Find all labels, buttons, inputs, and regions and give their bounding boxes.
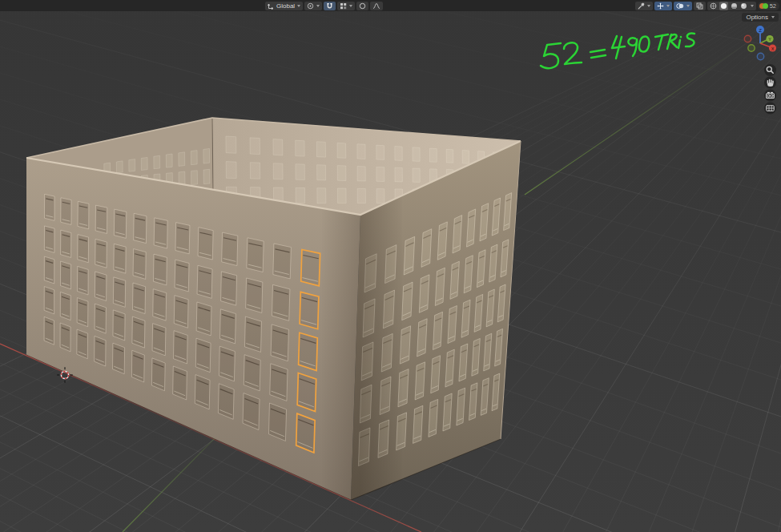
window-inset[interactable] bbox=[191, 151, 197, 165]
proportional-falloff-dropdown[interactable] bbox=[370, 2, 383, 10]
window-inset[interactable] bbox=[395, 167, 403, 182]
window-inset[interactable] bbox=[296, 187, 305, 203]
window-inset[interactable] bbox=[376, 189, 384, 204]
window-inset[interactable] bbox=[116, 161, 123, 173]
camera-view-button[interactable] bbox=[764, 90, 776, 102]
window-inset[interactable] bbox=[203, 169, 210, 183]
window-inset[interactable] bbox=[357, 188, 365, 203]
window-inset[interactable] bbox=[419, 275, 429, 313]
window-inset[interactable] bbox=[338, 188, 347, 204]
stats-badge[interactable]: 52 bbox=[758, 2, 779, 10]
transform-orientation-icon bbox=[268, 2, 275, 10]
show-overlays-toggle[interactable] bbox=[674, 2, 692, 10]
snap-toggle[interactable] bbox=[324, 2, 336, 10]
window-inset[interactable] bbox=[376, 145, 384, 159]
window-inset[interactable] bbox=[316, 142, 325, 158]
gizmo-minus-x-ball[interactable] bbox=[744, 35, 751, 42]
window-inset[interactable] bbox=[250, 138, 260, 155]
window-inset[interactable] bbox=[129, 159, 135, 172]
window-inset[interactable] bbox=[437, 222, 447, 260]
gizmo-minus-z-ball[interactable] bbox=[757, 53, 763, 59]
window-inset[interactable] bbox=[273, 139, 283, 155]
window-inset[interactable] bbox=[273, 163, 283, 179]
gizmo-minus-y-ball[interactable] bbox=[748, 45, 755, 51]
window-inset[interactable] bbox=[44, 316, 54, 345]
overlays-icon bbox=[676, 2, 684, 10]
window-inset[interactable] bbox=[402, 282, 413, 320]
window-inset[interactable] bbox=[317, 188, 326, 204]
window-inset[interactable] bbox=[430, 148, 437, 162]
gizmo-arrows-icon bbox=[657, 2, 664, 10]
window-inset[interactable] bbox=[395, 147, 403, 161]
proportional-circle-icon bbox=[359, 2, 366, 10]
chevron-down-icon bbox=[666, 5, 670, 7]
window-inset[interactable] bbox=[337, 166, 346, 181]
window-inset[interactable] bbox=[296, 164, 305, 180]
window-inset[interactable] bbox=[357, 144, 365, 159]
chevron-down-icon bbox=[751, 5, 754, 7]
pan-hand-button[interactable] bbox=[764, 77, 776, 89]
viewport-canvas[interactable]: Z Y X bbox=[0, 0, 781, 532]
window-inset[interactable] bbox=[226, 162, 236, 179]
window-inset[interactable] bbox=[404, 236, 415, 275]
shading-solid-button[interactable] bbox=[719, 2, 728, 10]
window-inset[interactable] bbox=[433, 312, 443, 349]
chevron-down-icon bbox=[647, 5, 650, 7]
stats-value: 52 bbox=[770, 2, 776, 10]
show-gizmo-toggle[interactable] bbox=[654, 2, 672, 10]
window-inset[interactable] bbox=[337, 143, 346, 158]
magnet-icon bbox=[326, 2, 333, 10]
window-inset[interactable] bbox=[250, 163, 260, 179]
shading-material-button[interactable] bbox=[731, 2, 738, 10]
window-inset[interactable] bbox=[357, 167, 365, 182]
window-inset[interactable] bbox=[446, 149, 453, 163]
xray-toggle[interactable] bbox=[694, 2, 706, 10]
gizmo-z-label: Z bbox=[759, 28, 762, 33]
window-inset[interactable] bbox=[191, 171, 198, 185]
snap-target-dropdown[interactable] bbox=[337, 2, 355, 10]
viewport-header: Global bbox=[0, 0, 781, 11]
window-inset[interactable] bbox=[141, 157, 147, 170]
shading-modes bbox=[707, 2, 756, 10]
gizmo-x-label: X bbox=[771, 46, 775, 51]
window-inset[interactable] bbox=[317, 165, 326, 180]
shading-rendered-button[interactable] bbox=[740, 2, 747, 10]
window-inset[interactable] bbox=[421, 229, 432, 268]
pivot-point-icon bbox=[307, 2, 314, 10]
gizmo-y-label: Y bbox=[768, 37, 771, 42]
pivot-point-dropdown[interactable] bbox=[304, 2, 322, 10]
orthographic-toggle-button[interactable] bbox=[764, 103, 776, 115]
window-inset[interactable] bbox=[417, 319, 428, 357]
window-inset[interactable] bbox=[179, 152, 185, 167]
window-inset[interactable] bbox=[203, 148, 210, 163]
window-inset[interactable] bbox=[413, 168, 420, 182]
blender-3d-viewport: Z Y X bbox=[0, 0, 781, 532]
window-inset[interactable] bbox=[415, 362, 425, 400]
chevron-down-icon bbox=[297, 5, 300, 7]
window-inset[interactable] bbox=[413, 147, 420, 162]
proportional-editing-toggle[interactable] bbox=[356, 2, 368, 10]
window-inset[interactable] bbox=[413, 405, 423, 443]
transform-orientation-dropdown[interactable]: Global bbox=[265, 2, 303, 10]
window-inset[interactable] bbox=[376, 167, 384, 181]
window-inset[interactable] bbox=[226, 136, 236, 153]
window-inset[interactable] bbox=[44, 287, 54, 314]
orientation-label: Global bbox=[276, 2, 295, 10]
window-inset[interactable] bbox=[44, 256, 54, 284]
window-inset[interactable] bbox=[154, 155, 160, 169]
chevron-down-icon bbox=[771, 16, 775, 18]
window-inset[interactable] bbox=[296, 140, 305, 156]
window-inset[interactable] bbox=[166, 154, 172, 167]
falloff-curve-icon bbox=[372, 2, 380, 10]
window-inset[interactable] bbox=[435, 268, 445, 305]
chevron-down-icon bbox=[316, 5, 320, 7]
zoom-button[interactable] bbox=[764, 64, 776, 76]
shading-wireframe-button[interactable] bbox=[710, 2, 717, 10]
chevron-down-icon bbox=[349, 5, 352, 7]
options-dropdown[interactable]: Options bbox=[742, 13, 779, 22]
snap-target-icon bbox=[340, 2, 347, 10]
dropper-icon bbox=[638, 2, 645, 10]
window-inset[interactable] bbox=[462, 151, 469, 164]
selectability-visibility-dropdown[interactable] bbox=[635, 2, 653, 10]
options-label: Options bbox=[746, 14, 768, 21]
